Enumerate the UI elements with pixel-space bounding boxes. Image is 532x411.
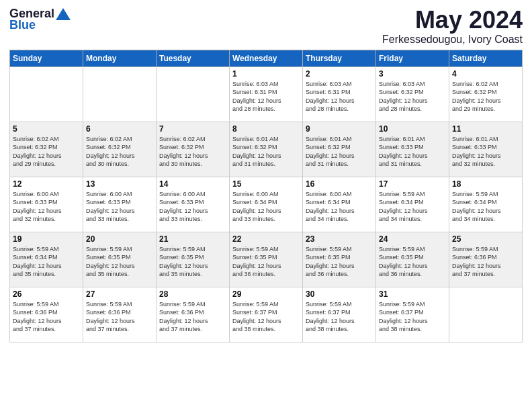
- calendar-week-row: 12Sunrise: 6:00 AM Sunset: 6:33 PM Dayli…: [10, 177, 523, 232]
- calendar-cell: 21Sunrise: 5:59 AM Sunset: 6:35 PM Dayli…: [157, 232, 230, 287]
- day-number: 10: [379, 124, 446, 134]
- calendar-cell: 6Sunrise: 6:02 AM Sunset: 6:32 PM Daylig…: [83, 122, 157, 177]
- calendar-cell: [157, 66, 230, 122]
- logo-icon: [56, 8, 71, 20]
- day-number: 9: [306, 124, 373, 134]
- calendar-week-row: 26Sunrise: 5:59 AM Sunset: 6:36 PM Dayli…: [10, 287, 523, 342]
- day-number: 17: [379, 179, 446, 189]
- calendar-cell: 30Sunrise: 5:59 AM Sunset: 6:37 PM Dayli…: [303, 287, 376, 342]
- day-number: 22: [232, 234, 300, 244]
- day-number: 18: [452, 179, 519, 189]
- day-number: 1: [232, 69, 300, 79]
- day-number: 4: [452, 69, 519, 79]
- day-info: Sunrise: 6:01 AM Sunset: 6:33 PM Dayligh…: [379, 135, 446, 169]
- day-number: 15: [232, 179, 300, 189]
- col-sunday: Sunday: [10, 50, 83, 66]
- day-number: 27: [86, 289, 153, 299]
- day-number: 12: [13, 179, 80, 189]
- logo: General Blue: [9, 7, 71, 32]
- day-info: Sunrise: 5:59 AM Sunset: 6:35 PM Dayligh…: [86, 245, 153, 279]
- day-info: Sunrise: 5:59 AM Sunset: 6:36 PM Dayligh…: [159, 300, 226, 334]
- day-info: Sunrise: 6:00 AM Sunset: 6:34 PM Dayligh…: [232, 190, 300, 224]
- calendar-cell: 10Sunrise: 6:01 AM Sunset: 6:33 PM Dayli…: [376, 122, 449, 177]
- calendar-cell: 1Sunrise: 6:03 AM Sunset: 6:31 PM Daylig…: [230, 66, 303, 122]
- day-number: 31: [379, 289, 446, 299]
- calendar-cell: 12Sunrise: 6:00 AM Sunset: 6:33 PM Dayli…: [10, 177, 83, 232]
- day-info: Sunrise: 5:59 AM Sunset: 6:36 PM Dayligh…: [13, 300, 80, 334]
- title-block: May 2024 Ferkessedougou, Ivory Coast: [382, 7, 523, 46]
- col-friday: Friday: [376, 50, 449, 66]
- day-info: Sunrise: 6:02 AM Sunset: 6:32 PM Dayligh…: [13, 135, 80, 169]
- day-number: 19: [13, 234, 80, 244]
- day-info: Sunrise: 5:59 AM Sunset: 6:35 PM Dayligh…: [232, 245, 300, 279]
- day-info: Sunrise: 5:59 AM Sunset: 6:35 PM Dayligh…: [306, 245, 373, 279]
- calendar-cell: 14Sunrise: 6:00 AM Sunset: 6:33 PM Dayli…: [157, 177, 230, 232]
- calendar-cell: 20Sunrise: 5:59 AM Sunset: 6:35 PM Dayli…: [83, 232, 157, 287]
- day-info: Sunrise: 5:59 AM Sunset: 6:35 PM Dayligh…: [159, 245, 226, 279]
- day-info: Sunrise: 5:59 AM Sunset: 6:37 PM Dayligh…: [379, 300, 446, 334]
- col-monday: Monday: [83, 50, 157, 66]
- calendar-cell: 29Sunrise: 5:59 AM Sunset: 6:37 PM Dayli…: [230, 287, 303, 342]
- calendar-cell: 15Sunrise: 6:00 AM Sunset: 6:34 PM Dayli…: [230, 177, 303, 232]
- day-info: Sunrise: 5:59 AM Sunset: 6:36 PM Dayligh…: [452, 245, 519, 279]
- calendar-week-row: 1Sunrise: 6:03 AM Sunset: 6:31 PM Daylig…: [10, 66, 523, 122]
- calendar-cell: 28Sunrise: 5:59 AM Sunset: 6:36 PM Dayli…: [157, 287, 230, 342]
- calendar-cell: 31Sunrise: 5:59 AM Sunset: 6:37 PM Dayli…: [376, 287, 449, 342]
- calendar-cell: 3Sunrise: 6:03 AM Sunset: 6:32 PM Daylig…: [376, 66, 449, 122]
- calendar-cell: 7Sunrise: 6:02 AM Sunset: 6:32 PM Daylig…: [157, 122, 230, 177]
- day-info: Sunrise: 5:59 AM Sunset: 6:37 PM Dayligh…: [306, 300, 373, 334]
- day-number: 23: [306, 234, 373, 244]
- day-info: Sunrise: 6:01 AM Sunset: 6:32 PM Dayligh…: [232, 135, 300, 169]
- calendar-cell: [83, 66, 157, 122]
- day-number: 11: [452, 124, 519, 134]
- calendar-cell: 8Sunrise: 6:01 AM Sunset: 6:32 PM Daylig…: [230, 122, 303, 177]
- calendar-cell: 26Sunrise: 5:59 AM Sunset: 6:36 PM Dayli…: [10, 287, 83, 342]
- calendar-table: Sunday Monday Tuesday Wednesday Thursday…: [9, 50, 523, 342]
- day-info: Sunrise: 5:59 AM Sunset: 6:34 PM Dayligh…: [13, 245, 80, 279]
- day-number: 5: [13, 124, 80, 134]
- col-tuesday: Tuesday: [157, 50, 230, 66]
- calendar-cell: 2Sunrise: 6:03 AM Sunset: 6:31 PM Daylig…: [303, 66, 376, 122]
- day-info: Sunrise: 5:59 AM Sunset: 6:34 PM Dayligh…: [452, 190, 519, 224]
- calendar-cell: 23Sunrise: 5:59 AM Sunset: 6:35 PM Dayli…: [303, 232, 376, 287]
- day-number: 2: [306, 69, 373, 79]
- calendar-cell: 18Sunrise: 5:59 AM Sunset: 6:34 PM Dayli…: [449, 177, 523, 232]
- day-info: Sunrise: 6:00 AM Sunset: 6:34 PM Dayligh…: [306, 190, 373, 224]
- day-info: Sunrise: 6:03 AM Sunset: 6:32 PM Dayligh…: [379, 80, 446, 113]
- day-number: 30: [306, 289, 373, 299]
- day-number: 3: [379, 69, 446, 79]
- calendar-header-row: Sunday Monday Tuesday Wednesday Thursday…: [10, 50, 523, 66]
- day-number: 29: [232, 289, 300, 299]
- calendar-cell: 17Sunrise: 5:59 AM Sunset: 6:34 PM Dayli…: [376, 177, 449, 232]
- page: General Blue May 2024 Ferkessedougou, Iv…: [0, 0, 532, 411]
- day-info: Sunrise: 6:00 AM Sunset: 6:33 PM Dayligh…: [13, 190, 80, 224]
- calendar-week-row: 5Sunrise: 6:02 AM Sunset: 6:32 PM Daylig…: [10, 122, 523, 177]
- day-number: 13: [86, 179, 153, 189]
- calendar-cell: 22Sunrise: 5:59 AM Sunset: 6:35 PM Dayli…: [230, 232, 303, 287]
- calendar-cell: 25Sunrise: 5:59 AM Sunset: 6:36 PM Dayli…: [449, 232, 523, 287]
- day-info: Sunrise: 6:03 AM Sunset: 6:31 PM Dayligh…: [232, 80, 300, 113]
- day-number: 24: [379, 234, 446, 244]
- calendar-cell: 4Sunrise: 6:02 AM Sunset: 6:32 PM Daylig…: [449, 66, 523, 122]
- day-number: 14: [159, 179, 226, 189]
- calendar-subtitle: Ferkessedougou, Ivory Coast: [382, 34, 523, 46]
- day-info: Sunrise: 6:01 AM Sunset: 6:33 PM Dayligh…: [452, 135, 519, 169]
- day-number: 6: [86, 124, 153, 134]
- calendar-cell: 16Sunrise: 6:00 AM Sunset: 6:34 PM Dayli…: [303, 177, 376, 232]
- calendar-cell: 11Sunrise: 6:01 AM Sunset: 6:33 PM Dayli…: [449, 122, 523, 177]
- day-info: Sunrise: 6:02 AM Sunset: 6:32 PM Dayligh…: [452, 80, 519, 113]
- col-thursday: Thursday: [303, 50, 376, 66]
- day-info: Sunrise: 6:00 AM Sunset: 6:33 PM Dayligh…: [86, 190, 153, 224]
- day-info: Sunrise: 5:59 AM Sunset: 6:37 PM Dayligh…: [232, 300, 300, 334]
- calendar-cell: 24Sunrise: 5:59 AM Sunset: 6:35 PM Dayli…: [376, 232, 449, 287]
- calendar-cell: 5Sunrise: 6:02 AM Sunset: 6:32 PM Daylig…: [10, 122, 83, 177]
- calendar-cell: [449, 287, 523, 342]
- calendar-cell: 9Sunrise: 6:01 AM Sunset: 6:32 PM Daylig…: [303, 122, 376, 177]
- day-info: Sunrise: 6:00 AM Sunset: 6:33 PM Dayligh…: [159, 190, 226, 224]
- calendar-body: 1Sunrise: 6:03 AM Sunset: 6:31 PM Daylig…: [10, 66, 523, 342]
- day-info: Sunrise: 6:03 AM Sunset: 6:31 PM Dayligh…: [306, 80, 373, 113]
- col-saturday: Saturday: [449, 50, 523, 66]
- calendar-week-row: 19Sunrise: 5:59 AM Sunset: 6:34 PM Dayli…: [10, 232, 523, 287]
- day-info: Sunrise: 5:59 AM Sunset: 6:35 PM Dayligh…: [379, 245, 446, 279]
- day-number: 8: [232, 124, 300, 134]
